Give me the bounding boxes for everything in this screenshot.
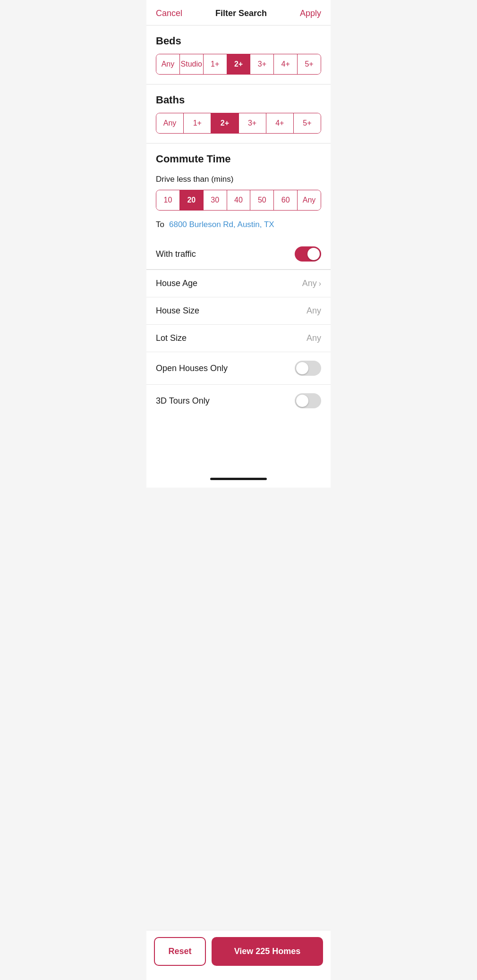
commute-option-30[interactable]: 30 [204, 190, 227, 210]
header: Cancel Filter Search Apply [146, 0, 331, 25]
lot-size-label: Lot Size [156, 333, 187, 343]
tours-3d-row: 3D Tours Only [146, 384, 331, 417]
tours-3d-toggle[interactable] [295, 393, 321, 408]
house-size-row[interactable]: House Size Any [146, 297, 331, 324]
traffic-label: With traffic [156, 249, 196, 259]
house-age-chevron-icon: › [319, 279, 321, 288]
beds-section: Beds Any Studio 1+ 2+ 3+ 4+ 5+ [146, 25, 331, 75]
phone-container: Cancel Filter Search Apply Beds Any Stud… [146, 0, 331, 488]
baths-option-2plus[interactable]: 2+ [211, 113, 238, 133]
commute-option-10[interactable]: 10 [156, 190, 180, 210]
home-indicator-area [146, 473, 331, 488]
commute-pill-group: 10 20 30 40 50 60 Any [156, 190, 321, 211]
commute-option-60[interactable]: 60 [274, 190, 298, 210]
baths-option-3plus[interactable]: 3+ [239, 113, 266, 133]
beds-label: Beds [156, 35, 321, 47]
house-age-row[interactable]: House Age Any › [146, 270, 331, 297]
lot-size-row[interactable]: Lot Size Any [146, 324, 331, 352]
house-age-label: House Age [156, 279, 197, 288]
baths-section: Baths Any 1+ 2+ 3+ 4+ 5+ [146, 84, 331, 134]
cancel-button[interactable]: Cancel [156, 8, 182, 18]
beds-option-2plus[interactable]: 2+ [227, 54, 251, 74]
open-houses-label: Open Houses Only [156, 363, 228, 373]
house-size-label: House Size [156, 306, 199, 316]
commute-option-40[interactable]: 40 [227, 190, 251, 210]
apply-button[interactable]: Apply [300, 8, 321, 18]
beds-pill-group: Any Studio 1+ 2+ 3+ 4+ 5+ [156, 54, 321, 75]
baths-label: Baths [156, 94, 321, 106]
content: Beds Any Studio 1+ 2+ 3+ 4+ 5+ Baths Any… [146, 25, 331, 473]
beds-option-any[interactable]: Any [156, 54, 180, 74]
beds-option-1plus[interactable]: 1+ [204, 54, 227, 74]
drive-sublabel: Drive less than (mins) [156, 175, 321, 184]
traffic-row: With traffic [146, 239, 331, 269]
open-houses-thumb [296, 362, 308, 374]
commute-address[interactable]: 6800 Burleson Rd, Austin, TX [169, 220, 274, 229]
traffic-toggle[interactable] [295, 246, 321, 262]
beds-option-3plus[interactable]: 3+ [250, 54, 274, 74]
house-size-value-group: Any [307, 306, 321, 316]
commute-label: Commute Time [156, 153, 321, 165]
baths-option-1plus[interactable]: 1+ [184, 113, 211, 133]
traffic-thumb [307, 248, 320, 260]
tours-3d-thumb [296, 395, 308, 407]
baths-pill-group: Any 1+ 2+ 3+ 4+ 5+ [156, 113, 321, 134]
commute-option-any[interactable]: Any [298, 190, 321, 210]
traffic-track [295, 246, 321, 262]
commute-option-20[interactable]: 20 [180, 190, 204, 210]
baths-option-4plus[interactable]: 4+ [266, 113, 294, 133]
beds-option-4plus[interactable]: 4+ [274, 54, 298, 74]
commute-to-row: To 6800 Burleson Rd, Austin, TX [156, 220, 321, 229]
page-title: Filter Search [215, 8, 267, 18]
lot-size-value: Any [307, 333, 321, 343]
beds-option-5plus[interactable]: 5+ [298, 54, 321, 74]
tours-3d-track [295, 393, 321, 408]
to-label: To [156, 220, 164, 229]
tours-3d-label: 3D Tours Only [156, 396, 210, 406]
lot-size-value-group: Any [307, 333, 321, 343]
beds-option-studio[interactable]: Studio [180, 54, 204, 74]
open-houses-track [295, 361, 321, 376]
baths-option-5plus[interactable]: 5+ [294, 113, 321, 133]
home-indicator [210, 478, 267, 480]
house-age-value-group: Any › [302, 279, 321, 288]
open-houses-row: Open Houses Only [146, 352, 331, 384]
open-houses-toggle[interactable] [295, 361, 321, 376]
house-age-value: Any [302, 279, 317, 288]
house-size-value: Any [307, 306, 321, 316]
commute-section: Commute Time Drive less than (mins) 10 2… [146, 144, 331, 229]
commute-option-50[interactable]: 50 [250, 190, 274, 210]
baths-option-any[interactable]: Any [156, 113, 184, 133]
